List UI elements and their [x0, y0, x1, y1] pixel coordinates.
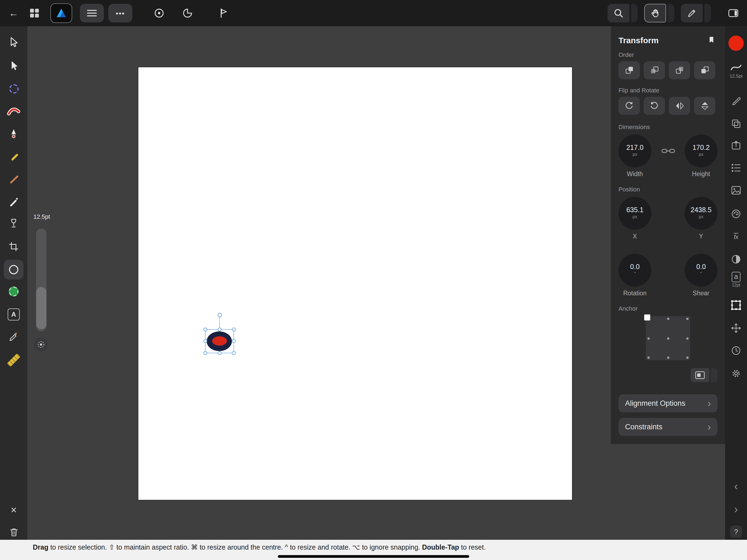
anchor-point-selected[interactable]	[644, 314, 650, 321]
app-logo-button[interactable]	[50, 3, 72, 23]
constraints-button[interactable]: Constraints ›	[618, 418, 718, 436]
fill-color-swatch[interactable]	[728, 35, 744, 51]
move-to-back-button[interactable]	[694, 61, 715, 79]
crop-tool[interactable]	[5, 238, 22, 255]
tools-sidebar: A ×	[0, 26, 27, 540]
navigator-studio-button[interactable]	[729, 322, 743, 335]
effects-studio-button[interactable]: fx	[729, 230, 743, 243]
resize-handle-top[interactable]	[217, 328, 222, 331]
anchor-point[interactable]	[667, 337, 669, 339]
transform-origin-button[interactable]	[691, 368, 709, 382]
colour-picker-tool[interactable]	[5, 328, 22, 346]
brushes-studio-button[interactable]	[729, 94, 743, 107]
shear-value-button[interactable]: 0.0 °	[685, 254, 718, 286]
rotate-clockwise-button[interactable]	[618, 97, 640, 115]
anchor-point[interactable]	[647, 357, 650, 359]
anchor-point[interactable]	[667, 357, 669, 359]
rotate-anticlockwise-button[interactable]	[644, 97, 665, 115]
fill-tool[interactable]	[5, 214, 22, 232]
settings-studio-button[interactable]	[729, 367, 743, 380]
deselect-button[interactable]: ×	[5, 501, 22, 518]
preview-flag-button[interactable]	[215, 4, 232, 22]
transform-origin-options-tab[interactable]	[711, 368, 718, 382]
layers-studio-button[interactable]	[729, 117, 743, 130]
panels-toggle-button[interactable]	[725, 4, 742, 22]
home-indicator[interactable]	[278, 555, 469, 558]
pencil-tool[interactable]	[5, 148, 22, 166]
edit-mode-button[interactable]	[681, 4, 703, 22]
back-button[interactable]: ←	[5, 4, 22, 22]
hand-tool-options-tab[interactable]	[668, 4, 674, 22]
node-tool[interactable]	[5, 57, 22, 74]
x-value-button[interactable]: 635.1 px	[618, 197, 651, 230]
affinity-designer-logo-icon	[55, 7, 67, 19]
collapse-left-button[interactable]: ‹	[729, 480, 743, 493]
export-studio-button[interactable]	[729, 139, 743, 152]
resize-handle-bottom[interactable]	[217, 351, 222, 355]
delete-button[interactable]	[5, 524, 22, 541]
selection-bounding-box[interactable]	[205, 329, 234, 353]
width-value-button[interactable]: 217.0 px	[618, 134, 651, 167]
resize-handle-top-left[interactable]	[203, 328, 207, 331]
resize-handle-left[interactable]	[203, 339, 207, 343]
menu-button[interactable]	[80, 4, 104, 22]
transform-studio-button[interactable]	[729, 299, 743, 312]
collapse-right-button[interactable]: ›	[729, 503, 743, 516]
flip-horizontal-button[interactable]	[669, 97, 690, 115]
zoom-tool-button[interactable]	[608, 4, 629, 22]
resize-handle-right[interactable]	[232, 339, 236, 343]
pen-tool[interactable]	[5, 125, 22, 143]
fill-gradient-tool[interactable]	[5, 102, 22, 120]
y-value-button[interactable]: 2438.5 px	[685, 197, 718, 230]
zoom-tool-options-tab[interactable]	[631, 4, 638, 22]
alignment-options-button[interactable]: Alignment Options ›	[618, 394, 718, 412]
snapping-button[interactable]	[151, 4, 168, 22]
help-button[interactable]: ?	[730, 526, 742, 538]
anchor-point[interactable]	[686, 357, 689, 359]
appearance-studio-button[interactable]	[729, 161, 743, 175]
anchor-point[interactable]	[647, 337, 650, 339]
anchor-selector[interactable]	[646, 316, 690, 360]
resize-handle-bottom-left[interactable]	[203, 351, 207, 355]
vector-brush-tool[interactable]	[5, 193, 22, 210]
flip-vertical-button[interactable]	[694, 97, 715, 115]
text-tool[interactable]: A	[5, 306, 22, 323]
move-tool[interactable]	[5, 33, 22, 51]
move-to-front-button[interactable]	[618, 61, 640, 79]
height-value-button[interactable]: 170.2 px	[685, 134, 718, 167]
artboard[interactable]	[138, 67, 572, 500]
styles-studio-button[interactable]	[729, 207, 743, 221]
measure-tool[interactable]	[5, 351, 22, 368]
anchor-point[interactable]	[686, 337, 689, 339]
anchor-point[interactable]	[686, 318, 689, 320]
ellipse-tool[interactable]	[4, 260, 24, 279]
home-grid-button[interactable]	[26, 4, 43, 22]
shear-label: Shear	[685, 290, 718, 297]
typography-studio-button[interactable]: a 12pt	[725, 271, 747, 288]
resize-handle-top-right[interactable]	[232, 328, 236, 331]
stroke-preview-button[interactable]	[34, 337, 48, 352]
assets-studio-button[interactable]	[729, 184, 743, 197]
stroke-width-slider[interactable]	[36, 229, 47, 331]
pin-panel-button[interactable]	[705, 34, 718, 46]
more-button[interactable]: •••	[108, 4, 132, 22]
link-dimensions-button[interactable]	[660, 142, 676, 160]
hand-tool-button[interactable]	[644, 4, 666, 22]
rotation-handle[interactable]	[217, 313, 222, 317]
edit-mode-options-tab[interactable]	[704, 4, 711, 22]
move-forward-button[interactable]	[644, 61, 665, 79]
assistant-button[interactable]	[179, 4, 196, 22]
brush-tool[interactable]	[5, 170, 22, 187]
adjustments-studio-button[interactable]	[729, 253, 743, 266]
selected-ellipse-fill[interactable]	[212, 336, 227, 345]
resize-handle-bottom-right[interactable]	[232, 351, 236, 355]
shape-tool[interactable]	[5, 283, 22, 300]
stroke-width-slider-thumb[interactable]	[36, 287, 47, 329]
move-backward-button[interactable]	[669, 61, 690, 79]
corner-tool[interactable]	[5, 80, 22, 97]
anchor-point[interactable]	[667, 318, 669, 320]
stroke-studio-button[interactable]	[729, 61, 743, 74]
history-studio-button[interactable]	[729, 344, 743, 357]
panel-title: Transform	[618, 35, 659, 45]
rotation-value-button[interactable]: 0.0 °	[618, 254, 651, 286]
